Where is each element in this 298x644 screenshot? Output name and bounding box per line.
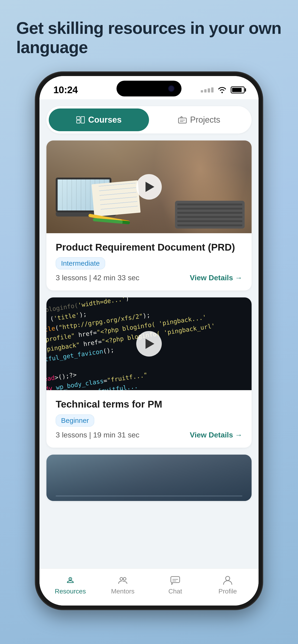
dynamic-island — [117, 81, 181, 96]
nav-mentors[interactable]: Mentors — [97, 575, 149, 595]
chat-icon — [170, 575, 181, 586]
play-button-2[interactable] — [136, 331, 162, 356]
course-card-3[interactable] — [47, 454, 251, 501]
signal-icon — [201, 88, 213, 92]
arrow-icon-2: → — [235, 431, 242, 439]
mentors-icon — [117, 575, 128, 586]
course-meta-1: 3 lessons | 42 min 33 sec View Details → — [56, 274, 242, 282]
svg-rect-3 — [178, 118, 186, 123]
phone-screen: 10:24 — [40, 76, 258, 606]
svg-rect-2 — [81, 116, 85, 123]
status-icons — [201, 86, 245, 94]
nav-profile[interactable]: Profile — [201, 575, 254, 595]
course-lessons-2: 3 lessons | 19 min 31 sec — [56, 431, 139, 439]
profile-icon — [222, 575, 233, 586]
phone-frame: 10:24 — [35, 72, 263, 610]
svg-point-13 — [226, 576, 230, 580]
status-time: 10:24 — [53, 84, 78, 96]
nav-profile-label: Profile — [218, 588, 237, 595]
tab-projects[interactable]: Projects — [149, 108, 249, 131]
course-info-1: Product Requirement Document (PRD) Inter… — [47, 233, 251, 290]
course-info-2: Technical terms for PM Beginner 3 lesson… — [47, 390, 251, 448]
svg-point-9 — [123, 578, 126, 580]
tab-courses[interactable]: Courses — [49, 108, 149, 131]
view-details-1[interactable]: View Details → — [190, 274, 242, 282]
course-thumbnail-2: <?php bloginfo('width=de...') import ('t… — [47, 298, 251, 390]
nav-chat[interactable]: Chat — [149, 575, 201, 595]
screen-content[interactable]: Courses Projects — [40, 99, 258, 568]
svg-point-7 — [70, 578, 71, 579]
nav-mentors-label: Mentors — [111, 588, 134, 595]
svg-rect-1 — [77, 120, 80, 123]
view-details-2[interactable]: View Details → — [190, 431, 242, 439]
courses-tab-label: Courses — [88, 115, 122, 125]
course-meta-2: 3 lessons | 19 min 31 sec View Details → — [56, 431, 242, 439]
svg-point-8 — [120, 578, 123, 580]
resources-icon — [65, 575, 76, 586]
course-card-1[interactable]: Product Requirement Document (PRD) Inter… — [47, 140, 251, 290]
course-title-1: Product Requirement Document (PRD) — [56, 242, 242, 253]
status-bar: 10:24 — [40, 76, 258, 99]
course-badge-1: Intermediate — [56, 257, 105, 270]
play-button-1[interactable] — [136, 174, 162, 200]
projects-tab-label: Projects — [190, 115, 220, 125]
bottom-nav: Resources Mentors Chat — [40, 568, 258, 606]
tab-switcher[interactable]: Courses Projects — [47, 106, 251, 134]
nav-resources[interactable]: Resources — [44, 575, 97, 595]
arrow-icon-1: → — [235, 274, 242, 282]
battery-icon — [231, 86, 245, 94]
front-camera — [168, 85, 175, 92]
hero-title: Get skilling resources in your own langu… — [16, 18, 282, 57]
course-card-2[interactable]: <?php bloginfo('width=de...') import ('t… — [47, 298, 251, 448]
course-lessons-1: 3 lessons | 42 min 33 sec — [56, 274, 139, 282]
nav-resources-label: Resources — [55, 588, 86, 595]
course-thumbnail-1 — [47, 140, 251, 233]
course-badge-2: Beginner — [56, 414, 94, 426]
course-thumbnail-3 — [47, 454, 251, 501]
nav-chat-label: Chat — [168, 588, 182, 595]
svg-rect-0 — [77, 116, 80, 120]
wifi-icon — [218, 87, 226, 93]
course-title-2: Technical terms for PM — [56, 398, 242, 410]
